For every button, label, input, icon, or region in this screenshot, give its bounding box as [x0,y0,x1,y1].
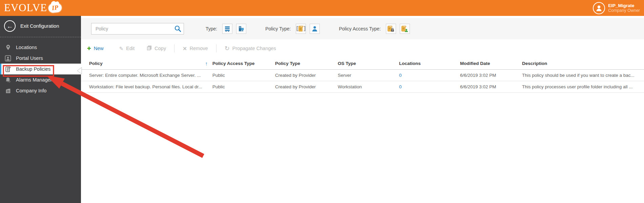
remove-button[interactable]: ✕ Remove [183,46,208,51]
policy-search-input[interactable] [91,23,184,35]
policy-type-cell: Created by Provider [275,84,338,89]
sidebar-item-locations[interactable]: Locations [0,42,81,53]
toolbar-separator [174,44,174,52]
main-content: Type: Policy Type: [ ] Policy Access Typ… [81,16,644,203]
copy-icon [147,45,152,51]
column-header-policy-access-type[interactable]: Policy Access Type [212,61,275,66]
sidebar-item-company-info[interactable]: Company Info [0,85,81,96]
search-icon[interactable] [174,25,182,32]
sort-ascending-icon[interactable]: ↑ [205,61,208,66]
policy-search [91,23,184,35]
table-header-row: Policy ↑ Policy Access Type Policy Type … [81,58,644,70]
propagate-changes-button[interactable]: ↻ Propagate Changes [225,45,276,51]
edit-button[interactable]: ✎ Edit [119,46,135,51]
modified-date-cell: 6/6/2019 3:02 PM [460,73,522,78]
type-filter-label: Type: [206,26,217,31]
table-row[interactable]: Server: Entire computer. Microsoft Excha… [81,70,644,81]
policy-cell: Workstation: File level backup. Personal… [89,84,212,89]
location-pin-icon [4,44,12,51]
user-policy-icon[interactable] [310,24,320,34]
sidebar-item-label: Locations [16,45,37,50]
user-role: Company Owner [608,8,640,13]
description-cell: This policy should be used if you want t… [522,73,644,78]
server-type-icon[interactable] [222,24,232,34]
back-arrow-icon: ← [4,20,16,32]
backup-policy-scroll-icon [4,66,12,73]
locations-count-link[interactable]: 0 [399,73,402,78]
actions-toolbar: ✚ New ✎ Edit Copy ✕ Remove ↻ Propagat [81,39,644,58]
company-building-icon [4,87,12,94]
logo-text: EVOLVE [4,2,47,13]
sidebar-item-alarms-management[interactable]: Alarms Management [0,74,81,85]
toolbar-separator [216,44,216,52]
user-menu[interactable]: EIP_Migrate Company Owner [593,2,641,14]
sidebar-item-label: Portal Users [16,55,43,61]
user-name: EIP_Migrate [608,3,640,8]
policies-table: Policy ↑ Policy Access Type Policy Type … [81,58,644,93]
policy-cell: Server: Entire computer. Microsoft Excha… [89,73,212,78]
provider-policy-icon[interactable]: [ ] [296,24,306,34]
description-cell: This policy processes user profile folde… [522,84,644,89]
sidebar-item-portal-users[interactable]: Portal Users [0,53,81,64]
sidebar-item-label: Backup Policies [16,66,50,72]
column-header-description[interactable]: Description [522,61,644,66]
new-button[interactable]: ✚ New [87,46,104,51]
sidebar: ← Exit Configuration Locations Portal Us… [0,16,81,203]
filter-bar: Type: Policy Type: [ ] Policy Access Typ… [81,18,644,39]
exit-configuration-label: Exit Configuration [20,23,59,29]
os-type-cell: Workstation [338,84,399,89]
sidebar-item-label: Company Info [16,88,46,93]
policy-type-cell: Created by Provider [275,73,338,78]
alarm-bell-gear-icon [4,76,12,84]
app-header: EVOLVE IP EIP_Migrate Company Owner [0,0,644,16]
column-header-locations[interactable]: Locations [399,61,460,66]
os-type-cell: Server [338,73,399,78]
policy-access-type-filter-label: Policy Access Type: [339,26,380,31]
table-row[interactable]: Workstation: File level backup. Personal… [81,81,644,93]
evolve-ip-logo: EVOLVE IP [4,0,62,16]
refresh-icon: ↻ [225,45,230,51]
logo-cloud-badge: IP [48,3,62,13]
policy-type-filter-label: Policy Type: [265,26,291,31]
column-header-policy[interactable]: Policy ↑ [89,61,212,66]
plus-icon: ✚ [87,46,91,51]
column-header-policy-type[interactable]: Policy Type [275,61,338,66]
sidebar-divider [0,37,81,37]
copy-button[interactable]: Copy [147,45,166,51]
pencil-icon: ✎ [119,46,124,51]
workstation-type-icon[interactable] [236,24,246,34]
sidebar-item-backup-policies[interactable]: Backup Policies [0,64,81,74]
column-header-os-type[interactable]: OS Type [338,61,399,66]
access-type-cell: Public [212,73,275,78]
sidebar-item-label: Alarms Management [16,77,61,83]
portal-user-icon [4,55,12,62]
user-avatar-icon [593,2,605,14]
app-window: EVOLVE IP EIP_Migrate Company Owner ← Ex… [0,0,644,203]
exit-configuration-button[interactable]: ← Exit Configuration [0,16,81,36]
column-header-modified-date[interactable]: Modified Date [460,61,522,66]
private-user-policy-icon[interactable] [400,24,410,34]
locations-count-link[interactable]: 0 [399,84,402,89]
public-locked-policy-icon[interactable] [386,24,396,34]
modified-date-cell: 6/6/2019 3:02 PM [460,84,522,89]
remove-x-icon: ✕ [183,46,187,51]
access-type-cell: Public [212,84,275,89]
